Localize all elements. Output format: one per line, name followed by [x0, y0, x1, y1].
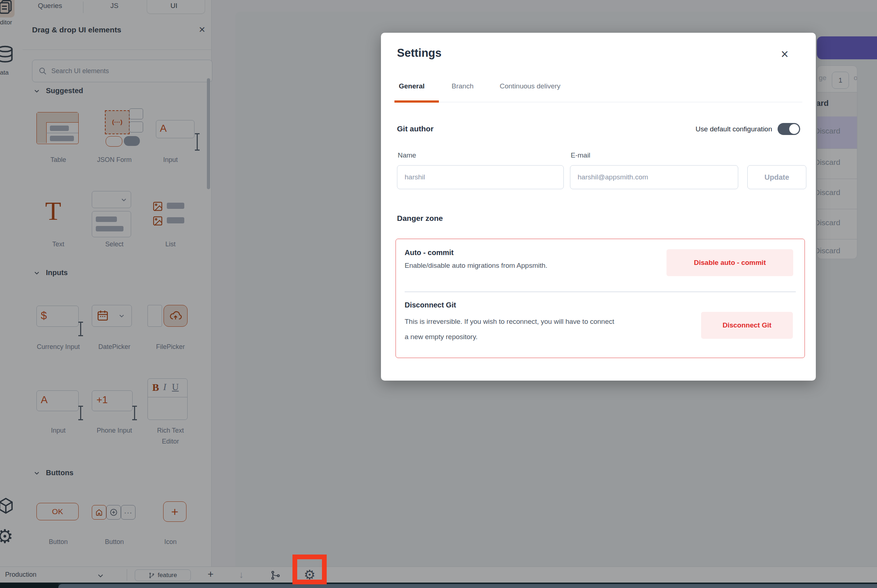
modal-tab-branch[interactable]: Branch — [451, 82, 474, 90]
disconnect-desc: This is irreversible. If you wish to rec… — [405, 314, 616, 345]
use-default-label: Use default configuration — [683, 125, 772, 133]
toggle-knob — [789, 124, 799, 134]
email-value: harshil@appsmith.com — [578, 173, 648, 181]
update-button[interactable]: Update — [747, 165, 806, 189]
danger-zone-box: Auto - commit Enable/disable auto migrat… — [396, 239, 805, 358]
settings-modal: Settings × General Branch Continuous del… — [381, 33, 816, 381]
annotation-highlight-box — [292, 555, 327, 584]
modal-tab-continuous-delivery[interactable]: Continuous delivery — [500, 82, 561, 90]
disable-auto-commit-button[interactable]: Disable auto - commit — [666, 249, 793, 276]
app-screen: ge 1 o ard Discard Discard Discard Disca… — [0, 0, 877, 588]
modal-title: Settings — [397, 46, 441, 60]
email-label: E-mail — [571, 152, 590, 159]
tab-strip-line — [394, 102, 802, 102]
disconnect-git-button[interactable]: Disconnect Git — [701, 312, 793, 339]
danger-divider — [405, 291, 796, 292]
use-default-toggle[interactable] — [778, 123, 800, 135]
name-input[interactable]: harshil — [397, 165, 564, 189]
modal-tab-general[interactable]: General — [399, 82, 425, 90]
danger-zone-heading: Danger zone — [397, 214, 443, 223]
auto-commit-desc: Enable/disable auto migrations from Apps… — [405, 262, 548, 270]
name-label: Name — [398, 152, 416, 159]
close-modal-icon[interactable]: × — [781, 46, 788, 62]
auto-commit-title: Auto - commit — [405, 249, 453, 257]
name-value: harshil — [405, 173, 425, 181]
active-tab-underline — [394, 100, 439, 103]
email-input[interactable]: harshil@appsmith.com — [570, 165, 738, 189]
disconnect-title: Disconnect Git — [405, 301, 456, 309]
git-author-heading: Git author — [397, 124, 433, 133]
